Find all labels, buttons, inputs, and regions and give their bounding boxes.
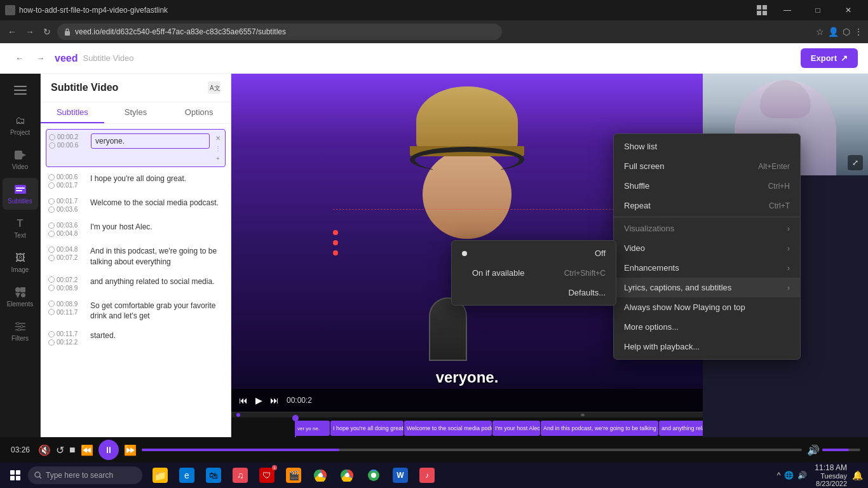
ctx-video[interactable]: Video › <box>614 238 800 258</box>
submenu-off[interactable]: Off <box>452 243 616 263</box>
profile-button[interactable]: 👤 <box>828 27 839 37</box>
sidebar-item-text[interactable]: T Text <box>3 212 38 244</box>
notification-center-button[interactable]: 🔔 <box>852 470 863 480</box>
timeline-track-5[interactable]: and anything related to social media. <box>659 421 703 436</box>
media-volume-icon[interactable]: 🔊 <box>807 444 820 456</box>
sidebar-item-video[interactable]: Video <box>3 144 38 175</box>
time-icon-7 <box>48 301 55 307</box>
submenu-defaults[interactable]: Defaults... <box>452 283 616 302</box>
taskbar-app-chrome1[interactable] <box>308 463 333 488</box>
browser-refresh-button[interactable]: ↻ <box>41 25 53 38</box>
tab-options[interactable]: Options <box>167 102 231 123</box>
subtitle-delete-button-1[interactable]: ✕ <box>214 133 222 142</box>
browser-menu-button[interactable]: ⋮ <box>854 27 863 37</box>
media-forward-button[interactable]: ⏩ <box>124 444 137 456</box>
subtitle-item-5[interactable]: 00:04.8 00:07.2 And in this podcast, we'… <box>46 242 226 271</box>
media-mute-button[interactable]: 🔇 <box>38 444 51 456</box>
taskbar-app-store[interactable]: 🛍 <box>201 463 226 488</box>
timeline-track-0[interactable]: ver yo ne. <box>295 421 330 436</box>
time-icon-2 <box>48 174 55 180</box>
svg-text:A: A <box>210 85 214 92</box>
timeline-track-4[interactable]: And in this podcast, we're going to be t… <box>541 421 658 436</box>
ctx-visualizations[interactable]: Visualizations › <box>614 219 800 238</box>
taskbar-app-edge[interactable]: e <box>174 463 200 488</box>
close-button[interactable]: ✕ <box>834 0 863 20</box>
media-rewind-button[interactable]: ⏪ <box>81 444 93 456</box>
video-prev-button[interactable]: ⏮ <box>239 395 248 405</box>
tab-subtitles[interactable]: Subtitles <box>41 102 104 123</box>
panel-title-header: Subtitle Video <box>83 53 133 63</box>
taskbar-app-chrome3[interactable] <box>361 463 386 488</box>
ctx-shuffle[interactable]: Shuffle Ctrl+H <box>614 176 800 196</box>
extensions-button[interactable]: ⬡ <box>843 27 850 37</box>
taskbar-app-word[interactable]: W <box>388 463 413 488</box>
maximize-button[interactable]: □ <box>803 0 832 20</box>
subtitle-item-8[interactable]: 00:11.7 00:12.2 started. <box>46 327 226 349</box>
tray-sound-icon[interactable]: 🔊 <box>797 471 807 480</box>
media-stop-button[interactable]: ■ <box>69 444 76 456</box>
ctx-full-screen[interactable]: Full screen Alt+Enter <box>614 156 800 176</box>
ctx-always-on-top[interactable]: Always show Now Playing on top <box>614 297 800 317</box>
translate-icon[interactable]: A 文 <box>208 81 220 94</box>
panel-tabs: Subtitles Styles Options <box>41 102 231 124</box>
subtitle-item-6[interactable]: 00:07.2 00:08.9 and anything related to … <box>46 273 226 295</box>
header-forward-button[interactable]: → <box>31 51 50 65</box>
ctx-enhancements[interactable]: Enhancements › <box>614 258 800 278</box>
taskbar-app-chrome2[interactable] <box>334 463 360 488</box>
tray-network-icon[interactable]: 🌐 <box>784 471 794 480</box>
media-play-pause-button[interactable]: ⏸ <box>98 440 119 460</box>
subtitle-edit-input-1[interactable]: veryone. <box>91 133 210 149</box>
taskbar-app-mcafee[interactable]: 🛡 1 <box>254 463 280 488</box>
timeline-track-1[interactable]: I hope you're all doing great. <box>330 421 403 436</box>
expand-button[interactable]: ⤢ <box>848 155 863 170</box>
video-play-button[interactable]: ▶ <box>255 395 262 405</box>
sidebar-label-filters: Filters <box>11 335 29 342</box>
video-next-button[interactable]: ⏭ <box>270 395 279 405</box>
export-button[interactable]: Export ↗ <box>801 48 858 68</box>
grid-button[interactable] <box>752 0 771 20</box>
media-progress-bar[interactable] <box>142 449 802 451</box>
svg-rect-11 <box>20 287 25 292</box>
subtitle-item-3[interactable]: 00:01.7 00:03.6 Welcome to the social me… <box>46 194 226 217</box>
subtitle-item-2[interactable]: 00:00.6 00:01.7 I hope you're all doing … <box>46 170 226 193</box>
header-back-button[interactable]: ← <box>10 51 29 65</box>
timeline-track-3[interactable]: I'm your host Alec. <box>492 421 540 436</box>
taskbar-app-music[interactable]: ♪ <box>414 463 440 488</box>
timeline-scroll-right[interactable] <box>581 414 585 416</box>
url-bar[interactable]: veed.io/edit/d632c540-e5ff-47ac-a83e-c83… <box>57 24 502 40</box>
taskbar-clock[interactable]: 11:18 AM Tuesday8/23/2022 <box>815 463 847 487</box>
subtitle-item-4[interactable]: 00:03.6 00:04.8 I'm your host Alec. <box>46 218 226 241</box>
taskbar-app-file-explorer[interactable]: 📁 <box>147 463 173 488</box>
ctx-show-list[interactable]: Show list <box>614 137 800 156</box>
sidebar-item-image[interactable]: 🖼 Image <box>3 247 38 278</box>
subtitle-add-button-1[interactable]: + <box>214 154 222 163</box>
sidebar-hamburger-button[interactable] <box>9 79 32 102</box>
subtitle-item-7[interactable]: 00:08.9 00:11.7 So get comfortable grab … <box>46 297 226 326</box>
ctx-lyrics-captions[interactable]: Lyrics, captions, and subtitles › <box>614 278 800 297</box>
browser-back-button[interactable]: ← <box>5 25 19 38</box>
ctx-repeat[interactable]: Repeat Ctrl+T <box>614 196 800 215</box>
ctx-more-options[interactable]: More options... <box>614 317 800 337</box>
subtitle-times-4: 00:03.6 00:04.8 <box>48 222 86 237</box>
taskbar-search-bar[interactable]: Type here to search <box>28 466 142 484</box>
sidebar-item-filters[interactable]: Filters <box>3 315 38 347</box>
submenu-on-if-available[interactable]: On if available Ctrl+Shift+C <box>452 263 616 283</box>
taskbar-app-vlc[interactable]: 🎬 <box>281 463 306 488</box>
start-button[interactable] <box>5 465 25 485</box>
media-volume-slider[interactable] <box>822 449 860 451</box>
sidebar-item-project[interactable]: 🗂 Project <box>3 109 38 141</box>
subtitle-item-1[interactable]: 00:00.2 00:00.6 veryone. ✕ ⋮ + <box>46 129 226 167</box>
minimize-button[interactable]: — <box>773 0 802 20</box>
subtitle-drag-button-1[interactable]: ⋮ <box>214 144 222 152</box>
timeline-track-2[interactable]: Welcome to the social media podcast. <box>404 421 492 436</box>
ctx-help-playback[interactable]: Help with playback... <box>614 337 800 356</box>
bookmark-button[interactable]: ☆ <box>816 27 824 37</box>
sidebar-item-subtitles[interactable]: Subtitles <box>3 178 38 210</box>
taskbar-app-groove[interactable]: ♫ <box>227 463 253 488</box>
media-loop-button[interactable]: ↺ <box>56 444 64 456</box>
browser-forward-button[interactable]: → <box>23 25 37 38</box>
sidebar-item-elements[interactable]: Elements <box>3 281 38 313</box>
timeline-scroll-handle[interactable] <box>236 413 240 417</box>
tray-chevron[interactable]: ^ <box>777 471 781 480</box>
tab-styles[interactable]: Styles <box>104 102 168 123</box>
